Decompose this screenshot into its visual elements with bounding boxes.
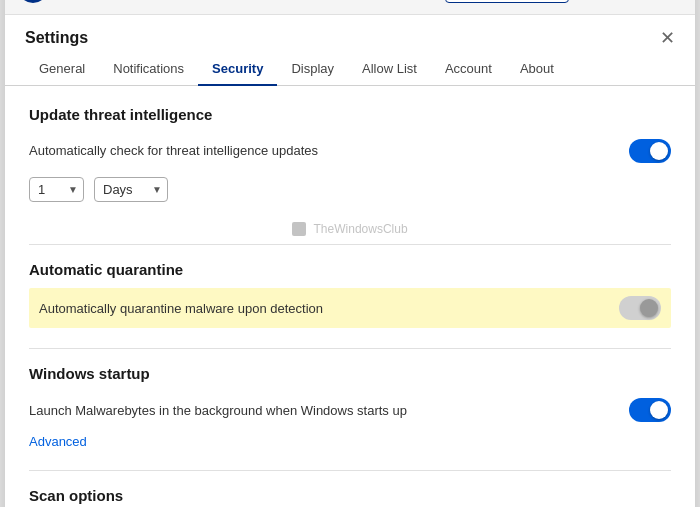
tab-about[interactable]: About (506, 53, 568, 86)
watermark: TheWindowsClub (29, 222, 671, 237)
quarantine-toggle[interactable] (619, 296, 661, 320)
scan-options-section: Scan options (29, 487, 671, 504)
tab-security[interactable]: Security (198, 53, 277, 86)
update-threat-title: Update threat intelligence (29, 106, 671, 123)
help-icon[interactable]: ❓ (655, 0, 683, 2)
close-settings-button[interactable]: ✕ (660, 29, 675, 47)
bell-icon[interactable]: 🔔 (579, 0, 607, 2)
quarantine-title: Automatic quarantine (29, 261, 671, 278)
settings-content: Update threat intelligence Automatically… (5, 86, 695, 507)
malwarebytes-logo: M (17, 0, 49, 4)
auto-check-row: Automatically check for threat intellige… (29, 133, 671, 169)
settings-panel: Settings ✕ General Notifications Securit… (5, 15, 695, 507)
interval-dropdown-wrapper: 1 2 3 6 12 24 ▼ (29, 177, 84, 202)
interval-row: 1 2 3 6 12 24 ▼ Hours Days W (29, 177, 671, 202)
watermark-text: TheWindowsClub (314, 222, 408, 236)
divider-1 (29, 244, 671, 245)
automatic-quarantine-section: Automatic quarantine Automatically quara… (29, 261, 671, 328)
startup-title: Windows startup (29, 365, 671, 382)
update-threat-section: Update threat intelligence Automatically… (29, 106, 671, 202)
tab-notifications[interactable]: Notifications (99, 53, 198, 86)
svg-point-0 (18, 0, 48, 3)
settings-header: Settings ✕ (5, 15, 695, 47)
divider-2 (29, 348, 671, 349)
windows-startup-section: Windows startup Launch Malwarebytes in t… (29, 365, 671, 450)
tab-display[interactable]: Display (277, 53, 348, 86)
quarantine-row: Automatically quarantine malware upon de… (29, 288, 671, 328)
scan-options-title: Scan options (29, 487, 671, 504)
auto-check-label: Automatically check for threat intellige… (29, 143, 318, 158)
gear-icon[interactable]: ⚙️ (617, 0, 645, 2)
activate-license-button[interactable]: Activate license (445, 0, 569, 3)
watermark-logo-icon (292, 222, 306, 236)
quarantine-toggle-circle (640, 299, 658, 317)
tab-account[interactable]: Account (431, 53, 506, 86)
tab-general[interactable]: General (25, 53, 99, 86)
period-select[interactable]: Hours Days Weeks (94, 177, 168, 202)
period-dropdown-wrapper: Hours Days Weeks ▼ (94, 177, 168, 202)
main-window: M Premium Trial Activate license 🔔 ⚙️ ❓ … (5, 0, 695, 507)
interval-select[interactable]: 1 2 3 6 12 24 (29, 177, 84, 202)
divider-3 (29, 470, 671, 471)
startup-row: Launch Malwarebytes in the background wh… (29, 392, 671, 428)
startup-toggle[interactable] (629, 398, 671, 422)
tabs-bar: General Notifications Security Display A… (5, 53, 695, 86)
auto-check-toggle[interactable] (629, 139, 671, 163)
tab-allowlist[interactable]: Allow List (348, 53, 431, 86)
titlebar: M Premium Trial Activate license 🔔 ⚙️ ❓ … (5, 0, 695, 15)
titlebar-actions: Activate license 🔔 ⚙️ ❓ (445, 0, 683, 3)
startup-label: Launch Malwarebytes in the background wh… (29, 403, 407, 418)
advanced-link[interactable]: Advanced (29, 434, 87, 449)
quarantine-label: Automatically quarantine malware upon de… (39, 301, 323, 316)
settings-title: Settings (25, 29, 88, 47)
